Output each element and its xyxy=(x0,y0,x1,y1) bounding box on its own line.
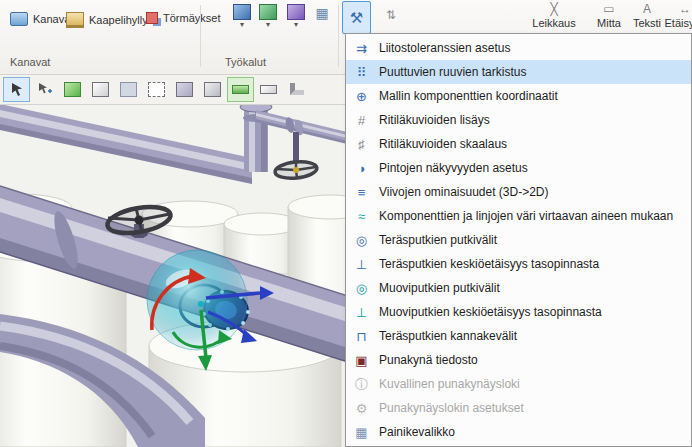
menu-item[interactable]: ≡ Viivojen ominaisuudet (3D->2D) xyxy=(346,180,691,204)
wire-box-icon xyxy=(148,82,165,97)
menu-item-label: Teräsputkien kannakevälit xyxy=(379,329,517,343)
grid-add-icon: # xyxy=(353,114,370,127)
menu-item-label: Pintojen näkyvyyden asetus xyxy=(379,161,528,175)
menu-item-label: Liitostoleranssien asetus xyxy=(379,41,510,55)
menu-item[interactable]: ⊕ Mallin komponenttien koordinaatit xyxy=(346,84,691,108)
menu-item[interactable]: ⊥ Teräsputkien keskiöetäisyys tasopinnas… xyxy=(346,252,691,276)
redline-log-icon: ⓘ xyxy=(353,378,370,391)
glass-box-icon xyxy=(120,82,137,97)
group-label-tyokalut: Työkalut xyxy=(225,56,266,68)
green-box-button[interactable] xyxy=(59,77,86,102)
glass-box-button[interactable] xyxy=(115,77,142,102)
menu-item[interactable]: ▦ Painikevalikko xyxy=(346,420,691,444)
steel-pipe-offset-icon: ⊥ xyxy=(353,258,370,271)
button-label: Mitta xyxy=(597,17,621,29)
distance-button[interactable]: ↔ Etäisyys xyxy=(659,2,692,29)
menu-item-label: Teräsputkien keskiöetäisyys tasopinnasta xyxy=(379,257,599,271)
menu-item[interactable]: ⊥ Muoviputkien keskiöetäisyys tasopinnas… xyxy=(346,300,691,324)
stack-arrows-icon[interactable]: ⇅ xyxy=(386,8,396,22)
menu-item-label: Komponenttien ja linjojen väri virtaavan… xyxy=(379,209,673,223)
menu-item-label: Ritiläkuvioiden lisäys xyxy=(379,113,490,127)
save-icon: ▣ xyxy=(353,354,370,367)
dropdown-menu: ⇉ Liitostoleranssien asetus ⠿ Puuttuvien… xyxy=(345,33,692,447)
gizmo-center-handle[interactable] xyxy=(198,301,204,307)
menu-item-label: Painikevalikko xyxy=(379,425,455,439)
ribbon-button-tormaykset[interactable]: Törmäykset xyxy=(140,8,226,28)
plastic-pipe-spacing-icon: ◎ xyxy=(353,282,370,295)
redline-settings-icon: ⚙ xyxy=(353,402,370,415)
duct-icon xyxy=(10,12,28,26)
line-properties-icon: ≡ xyxy=(353,186,370,199)
collision-icon xyxy=(146,12,158,24)
green-slab-button[interactable] xyxy=(227,77,254,102)
measure-button[interactable]: ▭ Mitta xyxy=(589,2,629,29)
wire-box-button[interactable] xyxy=(143,77,170,102)
white-box-icon xyxy=(92,82,109,97)
solid-box-icon xyxy=(176,82,193,97)
menu-item[interactable]: # Ritiläkuvioiden lisäys xyxy=(346,108,691,132)
fitting-tool-button[interactable]: ▾ xyxy=(256,4,280,29)
menu-item[interactable]: ◎ Muoviputkien putkivälit xyxy=(346,276,691,300)
button-label: Leikkaus xyxy=(532,17,575,29)
ribbon-button-label: Kaapelihylly xyxy=(89,14,148,26)
white-box-button[interactable] xyxy=(87,77,114,102)
selection-sphere xyxy=(147,250,247,350)
select-cursor-button[interactable] xyxy=(3,77,30,102)
group-divider xyxy=(200,5,201,67)
grid-tool-button[interactable]: ▦ xyxy=(310,6,334,20)
group-divider xyxy=(338,5,339,67)
grid-scale-icon: ♯ xyxy=(353,138,370,151)
routing-tool-icon xyxy=(287,4,305,20)
tools-menu-button[interactable]: ⚒ xyxy=(342,1,371,34)
component-tool-button[interactable]: ▾ xyxy=(230,4,254,29)
menu-item-disabled: ⓘ Kuvallinen punakynäysloki xyxy=(346,372,691,396)
measure-icon: ▭ xyxy=(603,2,614,16)
pick-component-button[interactable] xyxy=(31,77,58,102)
section-cut-icon: ╳ xyxy=(550,2,557,16)
menu-item-label: Kuvallinen punakynäysloki xyxy=(379,377,520,391)
menu-item[interactable]: ▣ Punakynä tiedosto xyxy=(346,348,691,372)
screws-check-icon: ⠿ xyxy=(353,66,370,79)
solid-box-button[interactable] xyxy=(171,77,198,102)
menu-item[interactable]: ♯ Ritiläkuvioiden skaalaus xyxy=(346,132,691,156)
menu-item-label: Punakynäyslokin asetukset xyxy=(379,401,524,415)
menu-item[interactable]: ⇉ Liitostoleranssien asetus xyxy=(346,36,691,60)
menu-item[interactable]: ◑ Pintojen näkyvyyden asetus xyxy=(346,156,691,180)
white-slab-button[interactable] xyxy=(255,77,282,102)
chevron-down-icon: ▾ xyxy=(266,21,270,29)
fitting-tool-icon xyxy=(259,4,277,20)
corner-section-button[interactable] xyxy=(283,77,310,102)
section-cut-button[interactable]: ╳ Leikkaus xyxy=(527,2,581,29)
shaded-box-button[interactable] xyxy=(199,77,226,102)
button-label: Teksti xyxy=(633,17,661,29)
button-menu-icon: ▦ xyxy=(353,426,370,439)
menu-item[interactable]: ⊓ Teräsputkien kannakevälit xyxy=(346,324,691,348)
steel-pipe-spacing-icon: ◎ xyxy=(353,234,370,247)
menu-item-highlighted[interactable]: ⠿ Puuttuvien ruuvien tarkistus xyxy=(346,60,691,84)
shaded-box-icon xyxy=(204,82,221,97)
grid-tool-icon: ▦ xyxy=(314,6,330,20)
ribbon-button-label: Törmäykset xyxy=(163,12,220,24)
routing-tool-button[interactable]: ▾ xyxy=(284,4,308,29)
menu-item-label: Puuttuvien ruuvien tarkistus xyxy=(379,65,526,79)
distance-icon: ↔ xyxy=(679,2,691,16)
flow-color-icon: ≈ xyxy=(353,210,370,223)
plastic-pipe-offset-icon: ⊥ xyxy=(353,306,370,319)
cable-tray-icon xyxy=(66,12,84,28)
corner-section-icon xyxy=(290,83,304,95)
button-label: Etäisyys xyxy=(665,17,692,29)
green-slab-icon xyxy=(232,85,249,94)
surface-visibility-icon: ◑ xyxy=(353,162,370,175)
menu-item[interactable]: ◎ Teräsputkien putkivälit xyxy=(346,228,691,252)
pipe-support-spacing-icon: ⊓ xyxy=(353,330,370,343)
menu-item-label: Ritiläkuvioiden skaalaus xyxy=(379,137,507,151)
menu-item-label: Muoviputkien keskiöetäisyys tasopinnasta xyxy=(379,305,602,319)
component-tool-icon xyxy=(233,4,251,20)
menu-item-disabled: ⚙ Punakynäyslokin asetukset xyxy=(346,396,691,420)
view-toolbar xyxy=(0,74,347,105)
application-window: Kanava Kaapelihylly Törmäykset ▾ ▾ ▾ ▦ ⚒ xyxy=(0,0,692,447)
chevron-down-icon: ▾ xyxy=(294,21,298,29)
special-tools-icon: ⚒ xyxy=(350,9,363,27)
menu-item[interactable]: ≈ Komponenttien ja linjojen väri virtaav… xyxy=(346,204,691,228)
menu-item-label: Mallin komponenttien koordinaatit xyxy=(379,89,558,103)
